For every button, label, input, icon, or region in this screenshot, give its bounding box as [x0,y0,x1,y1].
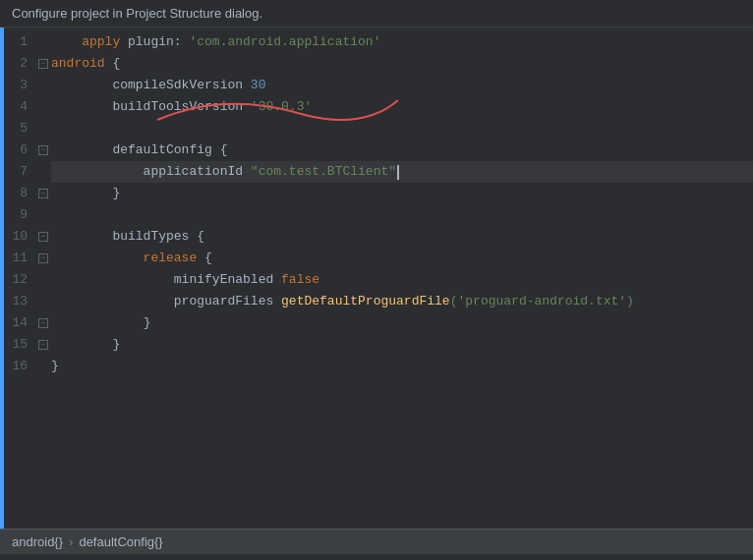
code-token: android [51,53,112,75]
code-token: { [112,53,120,75]
fold-row [35,269,51,291]
fold-row [35,118,51,140]
fold-gutter: −−−−−−− [35,28,51,529]
top-bar-text: Configure project in Project Structure d… [12,6,262,21]
fold-row[interactable]: − [35,183,51,204]
code-token: buildToolsVersion [51,96,251,118]
code-token: } [51,356,59,377]
code-token: 30 [251,75,266,96]
code-token: applicationId [51,161,251,183]
fold-row[interactable]: − [35,312,51,334]
left-accent [0,28,4,529]
code-line: } [51,183,753,204]
code-line: } [51,312,753,334]
fold-row [35,356,51,377]
code-line: compileSdkVersion 30 [51,75,753,96]
code-token: getDefaultProguardFile [281,291,450,312]
fold-minus-icon[interactable]: − [38,253,48,263]
fold-row [35,161,51,183]
code-area[interactable]: apply plugin: 'com.android.application'a… [51,28,753,529]
code-token [51,334,112,356]
code-line: android { [51,53,753,75]
code-token: "com.test.BTClient" [251,161,396,183]
fold-row [35,96,51,118]
code-token: plugin [128,31,174,53]
code-token: 'com.android.application' [189,31,380,53]
code-line: apply plugin: 'com.android.application' [51,31,753,53]
code-token: ('proguard-android.txt') [450,291,634,312]
code-line [51,118,753,140]
fold-minus-icon[interactable]: − [38,340,48,350]
code-line: proguardFiles getDefaultProguardFile('pr… [51,291,753,312]
code-token: : [174,31,190,53]
fold-minus-icon[interactable]: − [38,318,48,328]
code-token: } [112,334,120,356]
fold-row [35,291,51,312]
code-line: release { [51,248,753,269]
code-line: } [51,334,753,356]
code-token: minifyEnabled [51,269,281,291]
fold-row[interactable]: − [35,248,51,269]
fold-row[interactable]: − [35,226,51,248]
code-token: { [204,248,212,269]
breadcrumb-part1: android{} [12,534,63,549]
text-cursor [397,165,399,180]
code-token: buildTypes [51,226,197,248]
fold-row[interactable]: − [35,140,51,161]
fold-row [35,31,51,53]
editor-container: 12345678910111213141516 −−−−−−− apply pl… [0,28,753,529]
fold-row[interactable]: − [35,334,51,356]
code-line [51,204,753,226]
code-token: { [220,140,228,161]
breadcrumb-separator: › [69,534,73,549]
code-token [51,312,144,334]
code-token: } [112,183,120,204]
fold-minus-icon[interactable]: − [38,59,48,69]
code-line: defaultConfig { [51,140,753,161]
fold-minus-icon[interactable]: − [38,189,48,198]
code-token: { [197,226,204,248]
code-token: } [144,312,151,334]
code-token: compileSdkVersion [51,75,251,96]
code-token: defaultConfig [51,140,220,161]
breadcrumb-part2: defaultConfig{} [79,534,162,549]
code-token: proguardFiles [51,291,281,312]
code-line: buildToolsVersion '30.0.3' [51,96,753,118]
code-token: '30.0.3' [251,96,312,118]
code-line: minifyEnabled false [51,269,753,291]
code-token: false [281,269,319,291]
code-token [51,183,112,204]
code-token: apply [51,31,128,53]
code-line: 💡 applicationId "com.test.BTClient" [51,161,753,183]
fold-row [35,75,51,96]
fold-minus-icon[interactable]: − [38,145,48,155]
top-bar: Configure project in Project Structure d… [0,0,753,28]
fold-row [35,204,51,226]
fold-minus-icon[interactable]: − [38,232,48,242]
code-line: buildTypes { [51,226,753,248]
code-token: release [51,248,204,269]
code-line: } [51,356,753,377]
fold-row[interactable]: − [35,53,51,75]
bottom-bar: android{} › defaultConfig{} [0,529,753,554]
line-numbers: 12345678910111213141516 [0,28,35,529]
